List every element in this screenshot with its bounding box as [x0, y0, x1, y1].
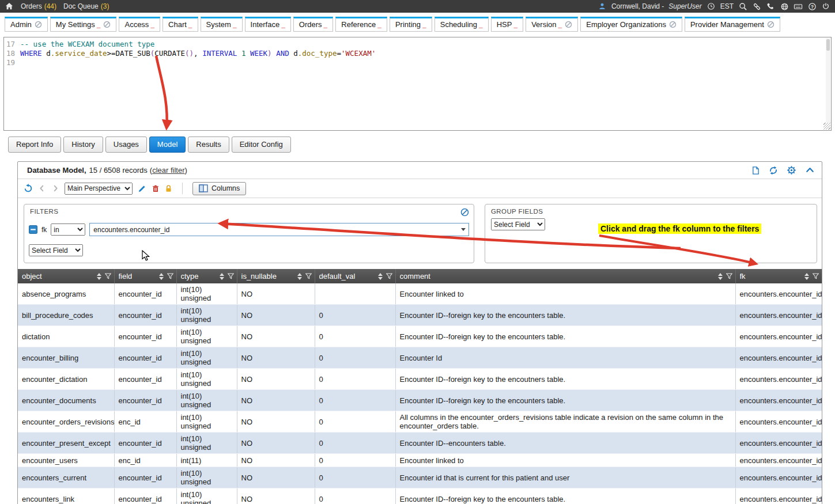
table-row-encounter-users[interactable]: encounter_usersenc_idint(11)NO0Encounter…	[18, 454, 822, 467]
column-header-field[interactable]: field	[114, 269, 176, 283]
sort-icon[interactable]	[220, 273, 224, 280]
gear-icon[interactable]	[787, 165, 796, 175]
add-filter-field-select[interactable]: Select Field	[29, 244, 83, 256]
column-header-fk[interactable]: fk	[735, 269, 822, 283]
sort-icon[interactable]	[297, 273, 302, 280]
cell: encounters_current	[18, 467, 114, 488]
globe-icon[interactable]	[780, 2, 789, 11]
delete-trash-icon[interactable]	[152, 184, 160, 193]
cell: int(10) unsigned	[176, 326, 237, 347]
module-tab-interface[interactable]: Interface_	[245, 17, 291, 32]
collapse-chevron-icon[interactable]	[805, 166, 815, 175]
column-header-ctype[interactable]: ctype	[176, 269, 237, 283]
column-filter-icon[interactable]	[228, 273, 234, 279]
column-filter-icon[interactable]	[386, 273, 392, 279]
help-icon[interactable]: ?	[807, 2, 817, 11]
cell: 0	[315, 347, 395, 369]
module-tab-label: Scheduling	[440, 20, 477, 29]
module-tab-reference[interactable]: Reference_	[335, 17, 387, 32]
table-row-bill-procedure-codes[interactable]: bill_procedure_codesencounter_idint(10) …	[18, 305, 822, 326]
column-header-object[interactable]: object	[18, 269, 114, 283]
table-row-encounter-orders-revisions[interactable]: encounter_orders_revisionsenc_idint(10) …	[18, 411, 822, 433]
column-filter-icon[interactable]	[813, 273, 819, 279]
cell: NO	[237, 326, 315, 347]
table-row-encounter-dictation[interactable]: encounter_dictationencounter_idint(10) u…	[18, 369, 822, 390]
topbar-orders[interactable]: Orders (44)	[21, 2, 56, 10]
home-icon[interactable]	[5, 2, 14, 11]
module-tab-admin[interactable]: Admin	[5, 17, 48, 32]
module-tab-employer-organizations[interactable]: Employer Organizations	[580, 17, 682, 32]
toolbar-divider	[182, 183, 183, 194]
refresh-icon[interactable]	[769, 166, 778, 175]
lock-icon[interactable]	[165, 184, 172, 193]
resize-handle-icon[interactable]	[823, 123, 830, 130]
filter-value-input[interactable]	[90, 223, 458, 236]
tab-editor-config[interactable]: Editor Config	[232, 137, 291, 153]
history-forward-icon[interactable]	[51, 184, 59, 192]
sort-icon[interactable]	[378, 273, 383, 280]
sort-icon[interactable]	[97, 273, 101, 280]
column-header-default-val[interactable]: default_val	[315, 269, 395, 283]
remove-filter-icon[interactable]	[29, 225, 37, 234]
column-filter-icon[interactable]	[167, 273, 173, 279]
column-header-comment[interactable]: comment	[395, 269, 735, 283]
clear-filter-link[interactable]: clear filter	[152, 166, 184, 175]
search-icon[interactable]	[738, 2, 747, 11]
module-tab-version[interactable]: Version_	[526, 17, 578, 32]
column-filter-icon[interactable]	[305, 273, 312, 279]
clock-icon[interactable]	[706, 2, 716, 11]
group-field-select[interactable]: Select Field	[491, 218, 545, 230]
sort-icon[interactable]	[804, 273, 809, 280]
tab-report-info[interactable]: Report Info	[8, 137, 61, 153]
table-row-encounters-current[interactable]: encounters_currentencounter_idint(10) un…	[18, 467, 822, 488]
phone-icon[interactable]	[766, 2, 775, 11]
table-row-encounter-documents[interactable]: encounter_documentsencounter_idint(10) u…	[18, 390, 822, 411]
editor-scrollbar[interactable]	[826, 38, 830, 123]
tab-usages[interactable]: Usages	[105, 137, 147, 153]
module-tab-printing[interactable]: Printing_	[390, 17, 432, 32]
clear-filters-icon[interactable]	[460, 208, 469, 217]
tab-history[interactable]: History	[63, 137, 103, 153]
cell: enc_id	[114, 454, 176, 467]
cell: Encounter ID--encounters table.	[395, 433, 735, 454]
document-icon[interactable]	[751, 166, 760, 175]
table-row-absence-programs[interactable]: absence_programsencounter_idint(10) unsi…	[18, 283, 822, 305]
module-tab-chart[interactable]: Chart_	[163, 17, 198, 32]
module-tab-scheduling[interactable]: Scheduling_	[434, 17, 489, 32]
module-tab-access[interactable]: Access_	[119, 17, 160, 32]
table-row-dictation[interactable]: dictationencounter_idint(10) unsignedNO0…	[18, 326, 822, 347]
table-row-encounter-present-except[interactable]: encounter_present_exceptencounter_idint(…	[18, 433, 822, 454]
columns-button[interactable]: Columns	[192, 182, 246, 195]
sql-editor[interactable]: 17-- use the WCEXAM document type18WHERE…	[3, 37, 832, 131]
tab-model[interactable]: Model	[149, 137, 186, 153]
module-tab-provider-management[interactable]: Provider Management	[685, 17, 780, 32]
module-tab-system[interactable]: System_	[201, 17, 243, 32]
perspective-select[interactable]: Main Perspective	[65, 183, 133, 195]
module-tab-orders[interactable]: Orders_	[293, 17, 333, 32]
history-back-icon[interactable]	[38, 184, 46, 192]
sort-icon[interactable]	[718, 273, 723, 280]
link-icon[interactable]	[752, 2, 761, 11]
undo-icon[interactable]	[24, 184, 33, 193]
module-tab-hsp[interactable]: HSP_	[491, 17, 523, 32]
column-header-is-nullable[interactable]: is_nullable	[237, 269, 315, 283]
topbar-doc-queue[interactable]: Doc Queue (3)	[63, 2, 109, 10]
table-row-encounter-billing[interactable]: encounter_billingencounter_idint(10) uns…	[18, 347, 822, 369]
tab-results[interactable]: Results	[188, 137, 229, 153]
column-filter-icon[interactable]	[105, 273, 111, 279]
column-filter-icon[interactable]	[726, 273, 732, 279]
combo-dropdown-icon[interactable]	[458, 223, 468, 236]
power-icon[interactable]	[821, 2, 830, 11]
module-tab-my-settings[interactable]: My Settings_	[50, 17, 117, 32]
sort-icon[interactable]	[159, 273, 164, 280]
columns-button-label: Columns	[211, 184, 240, 192]
cell: bill_procedure_codes	[18, 305, 114, 326]
svg-text:?: ?	[810, 3, 813, 9]
scrollbar-thumb[interactable]	[826, 39, 830, 51]
filter-value-combo[interactable]	[89, 223, 469, 236]
filter-operator-select[interactable]: in	[51, 223, 85, 236]
table-row-encounters-link[interactable]: encounters_linkencounter_idint(10) unsig…	[18, 488, 822, 504]
edit-pencil-icon[interactable]	[138, 184, 146, 193]
keyboard-icon[interactable]	[794, 2, 803, 11]
timezone-label: EST	[720, 2, 734, 10]
